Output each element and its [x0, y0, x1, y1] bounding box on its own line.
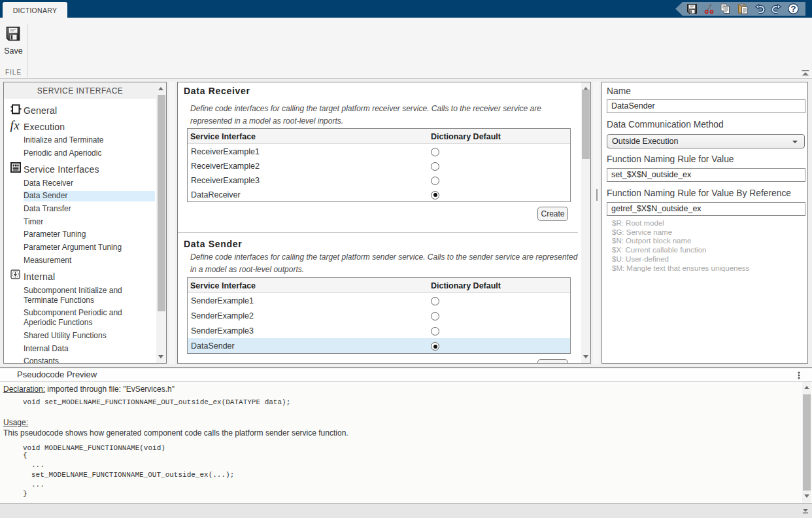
svg-text:fx: fx — [10, 119, 20, 132]
svg-text:?: ? — [791, 4, 796, 14]
